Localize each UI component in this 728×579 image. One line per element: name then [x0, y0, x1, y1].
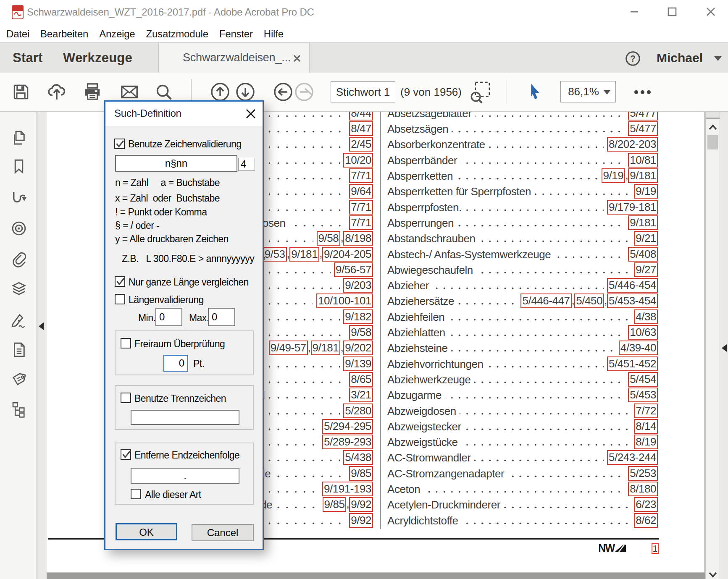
page-reference-link[interactable]: 7/71 [349, 168, 373, 183]
page-reference-link[interactable]: 8/180 [628, 482, 658, 496]
page-reference-link[interactable]: 9/179-181 [607, 200, 658, 215]
page-reference-link[interactable]: 9/58 [317, 231, 341, 246]
sidebar-page-thumbnails-button[interactable] [10, 129, 28, 147]
page-reference-link[interactable]: 9/49-57 [269, 341, 308, 355]
menu-item-fenster[interactable]: Fenster [219, 28, 253, 40]
page-reference-link[interactable]: 3/21 [349, 388, 373, 402]
sidebar-tags-button[interactable] [10, 371, 28, 388]
collapse-left-panel-icon[interactable] [39, 322, 44, 330]
page-reference-link[interactable]: 5/243-244 [607, 450, 658, 465]
sidebar-signature-button[interactable] [10, 311, 28, 329]
page-reference-link[interactable]: 9/19 [602, 168, 626, 183]
whole-length-checkbox[interactable] [115, 276, 125, 287]
menu-item-bearbeiten[interactable]: Bearbeiten [40, 28, 88, 40]
page-reference-link[interactable]: 8/19 [634, 435, 658, 449]
pattern-input[interactable]: n§nn [115, 155, 237, 172]
page-number-link[interactable]: 1 [652, 543, 659, 554]
trennzeichen-checkbox[interactable] [121, 393, 131, 403]
previous-view-button[interactable] [273, 73, 294, 111]
freiraum-checkbox[interactable] [121, 338, 131, 348]
menu-item-datei[interactable]: Datei [6, 28, 29, 40]
marquee-zoom-button[interactable] [468, 73, 491, 111]
page-reference-link[interactable]: 5/450 [574, 293, 604, 308]
page-reference-link[interactable]: 6/23 [634, 497, 658, 512]
window-close-button[interactable] [699, 0, 723, 24]
more-tools-button[interactable] [634, 89, 654, 95]
page-reference-link[interactable]: 9/204-205 [322, 247, 373, 262]
length-validation-checkbox[interactable] [115, 294, 125, 304]
page-reference-link[interactable]: 5/294-295 [322, 419, 373, 434]
page-reference-link[interactable]: 2/45 [349, 137, 373, 152]
page-reference-link[interactable]: 5/289-293 [322, 435, 373, 449]
document-tab-close-button[interactable] [292, 53, 302, 64]
page-reference-link[interactable]: 8/65 [349, 372, 373, 387]
stichwort-button[interactable]: Stichwort 1 [331, 81, 395, 102]
sidebar-structure-button[interactable] [10, 401, 28, 418]
page-reference-link[interactable]: 9/139 [343, 356, 373, 371]
page-reference-link[interactable]: 9/202 [343, 341, 373, 355]
page-reference-link[interactable]: 8/14 [634, 419, 658, 434]
ok-button[interactable]: OK [116, 523, 177, 540]
page-reference-link[interactable]: 9/27 [634, 262, 658, 277]
page-reference-link[interactable]: 9/85 [349, 466, 373, 481]
page-reference-link[interactable]: 9/191-193 [322, 482, 373, 496]
endzeichen-input[interactable]: . [131, 468, 239, 484]
page-reference-link[interactable]: 5/454 [628, 372, 658, 387]
page-reference-link[interactable]: 8/62 [634, 513, 658, 528]
min-input[interactable]: 0 [155, 308, 182, 326]
alle-art-checkbox[interactable] [131, 489, 141, 499]
page-reference-link[interactable]: 9/181 [289, 247, 319, 262]
page-reference-link[interactable]: 5/477 [628, 112, 658, 121]
page-reference-link[interactable]: 9/58 [349, 325, 373, 340]
page-reference-link[interactable]: 8/198 [343, 231, 373, 246]
page-reference-link[interactable]: 5/438 [343, 450, 373, 465]
page-reference-link[interactable]: 5/453-454 [607, 293, 658, 308]
page-reference-link[interactable]: 5/253 [628, 466, 658, 481]
save-button[interactable] [11, 73, 31, 111]
page-reference-link[interactable]: 5/453 [628, 388, 658, 402]
trennzeichen-input[interactable] [131, 410, 239, 425]
page-reference-link[interactable]: 9/56-57 [334, 262, 373, 277]
page-reference-link[interactable]: 10/63 [628, 325, 658, 340]
page-reference-link[interactable]: 9/64 [349, 184, 373, 199]
scroll-down-button[interactable] [709, 571, 717, 578]
page-reference-link[interactable]: 7/71 [349, 215, 373, 230]
page-reference-link[interactable]: 5/408 [628, 247, 658, 262]
tab-werkzeuge[interactable]: Werkzeuge [63, 43, 132, 73]
page-reference-link[interactable]: 8/44 [349, 112, 373, 121]
select-tool-button[interactable] [528, 73, 543, 111]
page-reference-link[interactable]: 8/47 [349, 121, 373, 136]
tab-document[interactable]: Schwarzwaldeisen_... [158, 43, 310, 73]
tab-start[interactable]: Start [13, 43, 43, 73]
menu-item-zusatzmodule[interactable]: Zusatzmodule [146, 28, 208, 40]
page-reference-link[interactable]: 5/280 [343, 403, 373, 418]
share-button[interactable] [46, 73, 67, 111]
sidebar-layers-button[interactable] [10, 280, 28, 298]
sidebar-attachments-button[interactable] [10, 251, 28, 268]
cancel-button[interactable]: Cancel [192, 524, 254, 541]
page-reference-link[interactable]: 9/92 [349, 497, 373, 512]
page-reference-link[interactable]: 9/85 [323, 497, 347, 512]
dialog-close-button[interactable] [245, 108, 257, 120]
zoom-combobox[interactable]: 86,1% [560, 81, 616, 102]
help-button[interactable] [625, 51, 641, 66]
page-reference-link[interactable]: 4/38 [634, 309, 658, 324]
page-reference-link[interactable]: 9/182 [343, 309, 373, 324]
page-reference-link[interactable]: 9/181 [628, 215, 658, 230]
sidebar-target-button[interactable] [10, 220, 28, 237]
scroll-up-button[interactable] [709, 124, 717, 131]
sidebar-destinations-button[interactable] [10, 189, 28, 207]
page-reference-link[interactable]: 7/71 [349, 200, 373, 215]
window-maximize-button[interactable] [660, 0, 684, 24]
page-reference-link[interactable]: 5/446-447 [520, 293, 571, 308]
page-reference-link[interactable]: 10/81 [628, 153, 658, 168]
page-reference-link[interactable]: 9/92 [349, 513, 373, 528]
char-validation-checkbox[interactable] [114, 139, 125, 149]
endzeichen-checkbox[interactable] [121, 449, 131, 460]
page-reference-link[interactable]: 9/19 [634, 184, 658, 199]
print-button[interactable] [82, 73, 102, 111]
page-reference-link[interactable]: 7/72 [634, 403, 658, 418]
page-reference-link[interactable]: 10/20 [343, 153, 373, 168]
menu-item-anzeige[interactable]: Anzeige [99, 28, 135, 40]
window-minimize-button[interactable] [623, 0, 646, 24]
